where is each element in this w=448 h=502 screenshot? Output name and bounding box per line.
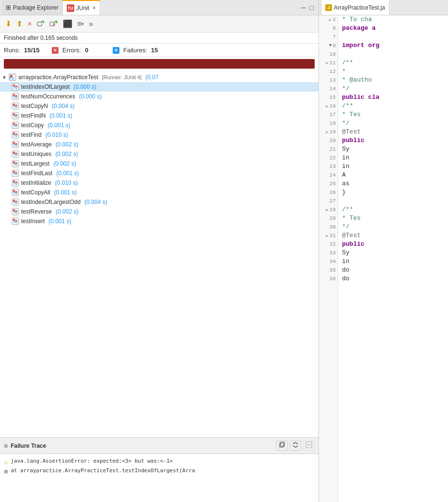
errors-label: Errors: xyxy=(62,47,81,54)
code-line: A xyxy=(342,171,444,179)
test-item-name: testNumOccurrences xyxy=(21,93,75,100)
fold-closed-icon[interactable]: ▶ xyxy=(326,207,328,213)
test-item-name: testCopyN xyxy=(21,103,48,109)
fold-open-icon[interactable]: ▼ xyxy=(329,43,331,48)
svg-text:TU: TU xyxy=(13,115,17,118)
svg-text:TU: TU xyxy=(13,105,17,108)
next-failure-button[interactable]: ⬆ xyxy=(15,18,24,29)
test-item-name: testIndexOfLargestOdd xyxy=(21,199,81,205)
test-tree-item[interactable]: TU testCopy (0.001 s) xyxy=(0,120,318,130)
line-number: 36 xyxy=(319,275,338,283)
test-item-name: testUniques xyxy=(21,151,51,157)
test-tree-item[interactable]: TU testIndexOfLargestOdd (0.004 s) xyxy=(0,197,318,207)
code-line: do xyxy=(342,275,444,283)
tab-package-explorer[interactable]: ⊞ Package Explorer xyxy=(2,0,62,15)
rerun-failed-button[interactable]: ▶ ✕ xyxy=(48,19,59,29)
test-item-time: (0.004 s) xyxy=(52,103,74,109)
code-line: import org xyxy=(342,41,444,50)
test-item-name: testReverse xyxy=(21,208,52,215)
test-item-time: (0.001 s) xyxy=(54,189,77,196)
code-line: in xyxy=(342,257,444,266)
line-number: ▶11 xyxy=(319,59,338,67)
test-item-time: (0.002 s) xyxy=(55,151,78,157)
test-item-time: (0.001 s) xyxy=(56,170,79,177)
code-line: in xyxy=(342,154,444,162)
failures-label: Failures: xyxy=(123,47,147,54)
test-tree-item[interactable]: TU testCopyAll (0.001 s) xyxy=(0,188,318,197)
status-text: Finished after 0.165 seconds xyxy=(4,35,78,41)
test-tree-item[interactable]: TU testCopyN (0.004 s) xyxy=(0,101,318,111)
code-line: * @autho xyxy=(342,76,444,84)
expand-trace-button[interactable] xyxy=(290,441,301,451)
test-tree-item[interactable]: TU testAverage (0.002 s) xyxy=(0,140,318,149)
java-file-icon: J xyxy=(325,4,332,11)
code-line: do xyxy=(342,266,444,275)
tree-root-item[interactable]: ▼ TU arraypractice.ArrayPracticeTest [Ru… xyxy=(0,72,318,82)
fold-closed-icon[interactable]: ▶ xyxy=(326,60,328,66)
test-tree-item[interactable]: TU testLargest (0.002 s) xyxy=(0,159,318,168)
line-number: 6 xyxy=(319,24,338,33)
svg-text:TU: TU xyxy=(13,191,17,195)
test-tree-item[interactable]: TU testReverse (0.002 s) xyxy=(0,207,318,216)
test-tree[interactable]: ▼ TU arraypractice.ArrayPracticeTest [Ru… xyxy=(0,71,318,437)
line-number: 10 xyxy=(319,50,338,59)
line-number: 22 xyxy=(319,154,338,162)
test-tree-item[interactable]: TU testFindLast (0.001 s) xyxy=(0,168,318,178)
tab-array-practice-test[interactable]: J ArrayPracticeTest.ja xyxy=(321,0,389,15)
test-tree-item[interactable]: TU testNumOccurrences (0.000 s) xyxy=(0,92,318,101)
overflow-button[interactable]: » xyxy=(87,19,94,29)
root-item-name: arraypractice.ArrayPracticeTest xyxy=(18,74,98,81)
svg-text:TU: TU xyxy=(13,134,17,137)
collapse-trace-button[interactable] xyxy=(303,441,315,451)
test-tree-item[interactable]: TU testInitialize (0.010 s) xyxy=(0,178,318,188)
copy-icon xyxy=(279,442,285,448)
progress-bar-container xyxy=(4,59,315,69)
fold-closed-icon[interactable]: ▶ xyxy=(326,233,328,239)
tab-actions: ─ □ xyxy=(298,3,317,12)
code-line: @Test xyxy=(342,128,444,136)
left-panel: ⊞ Package Explorer TU JUnit ✕ ─ □ ⬇ ⬆ ✕ … xyxy=(0,0,319,502)
history-button[interactable]: ⬛ xyxy=(61,18,74,29)
test-fail-icon: TU xyxy=(12,179,19,187)
tab-close-junit[interactable]: ✕ xyxy=(92,5,96,11)
svg-rect-85 xyxy=(280,443,283,447)
stop-button[interactable]: ✕ xyxy=(26,20,34,28)
code-line xyxy=(342,33,444,41)
grid-icon: ⊞ xyxy=(6,4,11,11)
code-line: Sy xyxy=(342,249,444,257)
test-tree-item[interactable]: TU testUniques (0.002 s) xyxy=(0,149,318,159)
code-line: * To cha xyxy=(342,15,444,24)
svg-rect-0 xyxy=(37,22,42,26)
maximize-button[interactable]: □ xyxy=(309,3,315,12)
copy-trace-button[interactable] xyxy=(276,441,288,451)
code-content: * To chapackage aimport org/** * * @auth… xyxy=(338,15,448,502)
minimize-button[interactable]: ─ xyxy=(300,3,307,12)
trace-line-1: ⚠ java.lang.AssertionError: expected:<3>… xyxy=(4,457,315,466)
test-fail-icon: TU xyxy=(12,141,19,148)
test-tree-item[interactable]: TU testInsert (0.001 s) xyxy=(0,216,318,226)
fold-closed-icon[interactable]: ▶ xyxy=(326,104,328,109)
line-number: 21 xyxy=(319,145,338,154)
right-tab-label: ArrayPracticeTest.ja xyxy=(334,4,385,11)
test-item-time: (0.001 s) xyxy=(47,122,70,129)
fold-closed-icon[interactable]: ▶ xyxy=(326,130,328,135)
prev-failure-button[interactable]: ⬇ xyxy=(4,18,13,29)
test-item-name: testFind xyxy=(21,131,42,138)
line-number: 29 xyxy=(319,214,338,223)
test-tree-item[interactable]: TU testFindN (0.001 s) xyxy=(0,111,318,120)
test-tree-item[interactable]: TU testFind (0.010 s) xyxy=(0,130,318,140)
view-menu-button[interactable]: ≡▾ xyxy=(76,19,85,29)
failures-icon: ✕ xyxy=(113,47,119,54)
test-item-time: (0.000 s) xyxy=(73,84,96,90)
test-tree-item[interactable]: TU testIndexOfLargest (0.000 s) xyxy=(0,82,318,92)
code-line: } xyxy=(342,188,444,197)
rerun-button[interactable]: ▶ xyxy=(35,19,46,29)
test-item-name: testCopyAll xyxy=(21,189,50,196)
right-panel: J ArrayPracticeTest.ja ▶267▼810▶11121314… xyxy=(319,0,448,502)
test-item-time: (0.001 s) xyxy=(48,218,71,225)
test-item-time: (0.002 s) xyxy=(56,208,78,215)
test-item-name: testFindLast xyxy=(21,170,52,177)
tab-junit[interactable]: TU JUnit ✕ xyxy=(62,0,100,15)
expand-icon xyxy=(292,442,299,448)
fold-closed-icon[interactable]: ▶ xyxy=(329,17,331,23)
